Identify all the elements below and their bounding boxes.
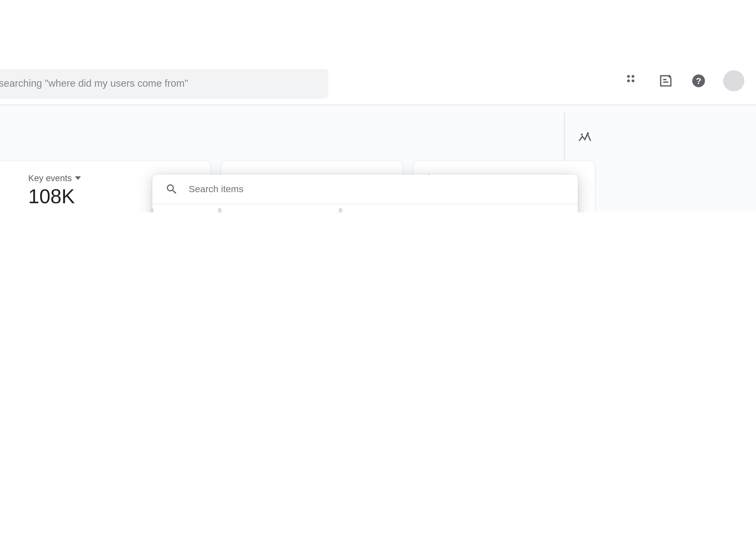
apps-icon[interactable]	[625, 73, 641, 89]
metric-value: 108K	[28, 185, 81, 208]
global-search[interactable]: searching "where did my users come from"	[0, 69, 328, 98]
svg-point-1	[632, 75, 634, 78]
svg-point-3	[632, 80, 634, 82]
chevron-down-icon	[75, 176, 81, 179]
svg-point-2	[627, 80, 630, 82]
svg-point-0	[627, 75, 630, 78]
avatar[interactable]	[723, 70, 744, 91]
global-search-text: searching "where did my users come from"	[0, 78, 188, 90]
app-header: searching "where did my users come from"…	[0, 0, 756, 106]
announce-icon[interactable]	[658, 73, 674, 89]
search-icon	[165, 183, 178, 195]
svg-text:?: ?	[696, 76, 702, 86]
help-icon[interactable]: ?	[690, 73, 707, 89]
filter-search-input[interactable]	[187, 183, 565, 195]
metric-label: Key events	[28, 173, 72, 183]
filter-search-row	[152, 175, 578, 204]
header-icon-row: ?	[625, 70, 744, 91]
